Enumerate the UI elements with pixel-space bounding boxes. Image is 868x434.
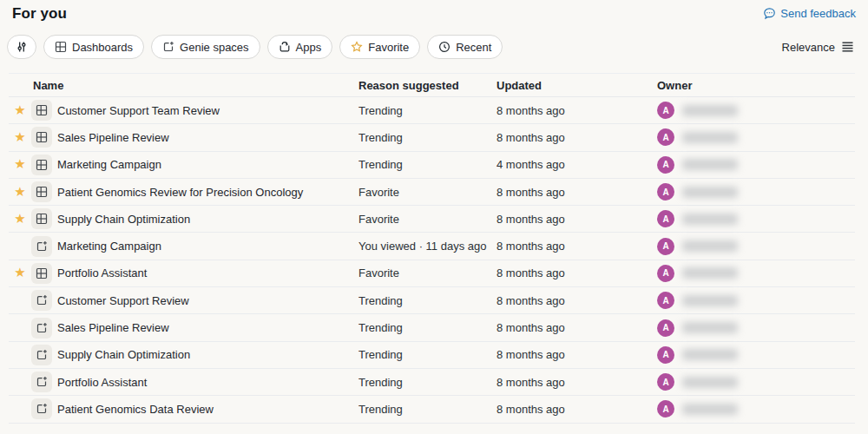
- table-row[interactable]: ★Portfolio AssistantFavorite8 months ago…: [9, 260, 855, 287]
- column-header-owner[interactable]: Owner: [657, 79, 855, 92]
- item-name[interactable]: Supply Chain Optimization: [56, 348, 358, 361]
- updated-time: 8 months ago: [496, 294, 657, 307]
- table-row[interactable]: Marketing CampaignYou viewed · 11 days a…: [9, 233, 855, 260]
- table-row[interactable]: ★Patient Genomics Review for Precision O…: [9, 179, 855, 206]
- star-outline-icon: [351, 41, 363, 53]
- owner-name-redacted: [682, 132, 738, 143]
- item-name[interactable]: Sales Pipeline Review: [56, 131, 358, 144]
- filter-pill-favorite[interactable]: Favorite: [339, 35, 420, 59]
- reason-suggested: Favorite: [358, 186, 496, 199]
- genie-space-icon: [31, 236, 52, 257]
- table-row[interactable]: ★Customer Support Team ReviewTrending8 m…: [9, 97, 855, 124]
- favorite-star-icon[interactable]: ★: [14, 185, 25, 198]
- table-row[interactable]: Customer Support ReviewTrending8 months …: [9, 287, 855, 314]
- owner-name-redacted: [682, 349, 738, 360]
- owner-avatar: A: [657, 183, 674, 201]
- reason-suggested: Trending: [358, 321, 496, 334]
- favorite-star-icon[interactable]: ★: [14, 212, 25, 225]
- reason-suggested: Trending: [358, 348, 496, 361]
- filter-pill-filter[interactable]: [7, 35, 36, 59]
- table-body: ★Customer Support Team ReviewTrending8 m…: [9, 97, 855, 424]
- owner-name-redacted: [682, 187, 738, 198]
- filter-pill-label: Genie spaces: [180, 41, 249, 54]
- owner-name-redacted: [682, 377, 738, 388]
- sort-control[interactable]: Relevance: [782, 41, 854, 54]
- filter-pill-apps[interactable]: Apps: [267, 35, 333, 59]
- filter-pills: DashboardsGenie spacesAppsFavoriteRecent: [7, 35, 503, 59]
- item-name[interactable]: Marketing Campaign: [56, 158, 358, 171]
- table-row[interactable]: Supply Chain OptimizationTrending8 month…: [9, 342, 855, 369]
- owner-name-redacted: [682, 295, 738, 306]
- favorite-star-icon[interactable]: ★: [14, 266, 25, 279]
- updated-time: 8 months ago: [496, 348, 657, 361]
- table-header-row: Name Reason suggested Updated Owner: [9, 73, 855, 97]
- table-row[interactable]: ★Supply Chain OptimizationFavorite8 mont…: [9, 206, 855, 233]
- item-name[interactable]: Portfolio Assistant: [56, 376, 358, 389]
- reason-suggested: Trending: [358, 104, 496, 117]
- filter-pill-recent[interactable]: Recent: [427, 35, 503, 59]
- owner-name-redacted: [682, 404, 738, 415]
- page-title: For you: [12, 5, 67, 23]
- reason-suggested: You viewed · 11 days ago: [358, 240, 496, 253]
- owner-avatar: A: [657, 346, 674, 364]
- item-name[interactable]: Supply Chain Optimization: [56, 213, 358, 226]
- owner-name-redacted: [682, 159, 738, 170]
- item-name[interactable]: Patient Genomics Data Review: [56, 403, 358, 416]
- table-row[interactable]: ★Sales Pipeline ReviewTrending8 months a…: [9, 124, 855, 151]
- owner-avatar: A: [657, 238, 674, 255]
- filter-pill-label: Dashboards: [72, 41, 133, 54]
- reason-suggested: Trending: [358, 403, 496, 416]
- genie-space-icon: [31, 318, 52, 339]
- item-name[interactable]: Portfolio Assistant: [56, 266, 358, 279]
- filter-pill-genie[interactable]: Genie spaces: [151, 35, 260, 59]
- favorite-star-icon[interactable]: ★: [14, 103, 25, 116]
- genie-space-icon: [31, 398, 52, 419]
- filter-sliders-icon: [16, 41, 28, 53]
- item-name[interactable]: Marketing Campaign: [56, 240, 358, 253]
- table-row[interactable]: Sales Pipeline ReviewTrending8 months ag…: [9, 314, 855, 341]
- updated-time: 8 months ago: [496, 104, 657, 117]
- table-row[interactable]: Portfolio AssistantTrending8 months agoA: [9, 369, 855, 396]
- clock-icon: [438, 41, 450, 53]
- updated-time: 8 months ago: [496, 186, 657, 199]
- dashboard-icon: [55, 41, 67, 53]
- favorite-star-icon[interactable]: ★: [14, 157, 25, 170]
- owner-avatar: A: [657, 210, 674, 227]
- genie-space-icon: [162, 41, 174, 53]
- updated-time: 8 months ago: [496, 266, 657, 279]
- item-name[interactable]: Patient Genomics Review for Precision On…: [56, 186, 358, 199]
- filter-pill-label: Favorite: [368, 41, 409, 54]
- genie-space-icon: [31, 345, 52, 365]
- owner-name-redacted: [682, 267, 738, 279]
- favorite-star-icon[interactable]: ★: [14, 130, 25, 143]
- genie-space-icon: [31, 290, 52, 311]
- owner-name-redacted: [682, 105, 738, 116]
- owner-avatar: A: [657, 265, 674, 282]
- owner-name-redacted: [682, 214, 738, 225]
- filter-pill-dashboards[interactable]: Dashboards: [43, 35, 144, 59]
- dashboard-icon: [31, 208, 52, 229]
- table-row[interactable]: Patient Genomics Data ReviewTrending8 mo…: [9, 396, 855, 423]
- filter-pill-label: Apps: [296, 41, 322, 54]
- updated-time: 8 months ago: [496, 403, 657, 416]
- reason-suggested: Trending: [358, 158, 496, 171]
- column-header-reason[interactable]: Reason suggested: [358, 79, 496, 92]
- reason-suggested: Trending: [358, 376, 496, 389]
- reason-suggested: Favorite: [358, 213, 496, 226]
- updated-time: 4 months ago: [496, 158, 657, 171]
- owner-name-redacted: [682, 240, 738, 252]
- dashboard-icon: [31, 127, 52, 148]
- owner-avatar: A: [657, 156, 674, 174]
- filter-pill-label: Recent: [456, 41, 491, 54]
- column-header-name[interactable]: Name: [31, 79, 358, 92]
- reason-suggested: Trending: [358, 131, 496, 144]
- send-feedback-label: Send feedback: [780, 7, 856, 20]
- column-header-updated[interactable]: Updated: [496, 79, 657, 92]
- send-feedback-link[interactable]: Send feedback: [763, 7, 856, 20]
- item-name[interactable]: Customer Support Review: [56, 294, 358, 307]
- filter-toolbar: DashboardsGenie spacesAppsFavoriteRecent…: [0, 35, 868, 59]
- sort-label: Relevance: [782, 41, 835, 54]
- item-name[interactable]: Customer Support Team Review: [56, 104, 358, 117]
- item-name[interactable]: Sales Pipeline Review: [56, 321, 358, 334]
- table-row[interactable]: ★Marketing CampaignTrending4 months agoA: [9, 152, 855, 179]
